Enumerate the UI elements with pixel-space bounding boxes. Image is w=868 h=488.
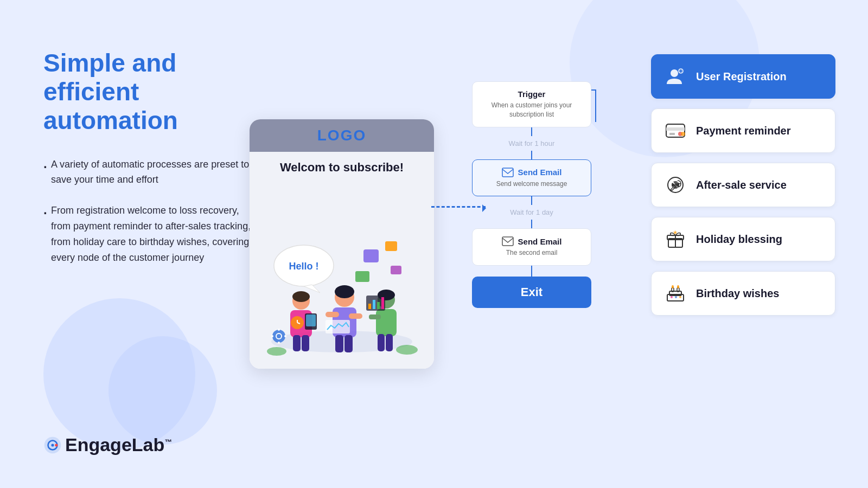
- svg-rect-23: [349, 313, 362, 319]
- svg-rect-30: [378, 334, 385, 351]
- flow-wait-1: Wait for 1 hour: [472, 136, 591, 151]
- svg-rect-10: [355, 271, 369, 282]
- flow-trigger-node: Trigger When a customer joins your subsc…: [472, 81, 591, 127]
- svg-rect-16: [306, 314, 316, 326]
- dashed-connector-arrow: [431, 206, 486, 208]
- svg-point-70: [677, 285, 679, 288]
- top-connector-vertical: [595, 89, 596, 122]
- flow-send-email-1-node: Send Email Send welcome message: [472, 159, 591, 197]
- svg-point-71: [671, 296, 673, 298]
- flow-trigger-subtitle: When a customer joins your subscription …: [481, 101, 582, 119]
- after-sale-icon: [663, 173, 687, 197]
- feature-item-2: From registration welcome to loss recove…: [43, 203, 260, 265]
- svg-rect-9: [385, 241, 397, 251]
- payment-card-icon: [665, 122, 686, 139]
- svg-rect-36: [381, 297, 384, 309]
- svg-rect-28: [376, 309, 397, 336]
- flow-connector-2: [531, 151, 532, 159]
- svg-point-20: [335, 285, 354, 298]
- flow-diagram: Trigger When a customer joins your subsc…: [472, 81, 591, 308]
- flow-send1-title: Send Email: [518, 168, 562, 177]
- automation-card-payment-reminder[interactable]: Payment reminder: [651, 108, 835, 153]
- main-title: Simple and efficient automation: [43, 49, 260, 135]
- wrench-icon: [666, 175, 685, 195]
- after-sale-label: After-sale service: [696, 179, 787, 191]
- payment-icon: [663, 119, 687, 143]
- svg-point-2: [51, 444, 54, 446]
- svg-point-47: [267, 347, 286, 356]
- cake-icon: [665, 284, 686, 303]
- payment-reminder-label: Payment reminder: [696, 125, 791, 137]
- left-section: Simple and efficient automation A variet…: [43, 49, 260, 280]
- gift-icon: [665, 229, 686, 249]
- svg-point-43: [278, 329, 280, 331]
- birthday-icon: [663, 281, 687, 305]
- svg-marker-7: [304, 285, 320, 293]
- svg-point-51: [671, 69, 678, 77]
- svg-rect-8: [363, 249, 379, 262]
- flow-send1-subtitle: Send welcome message: [481, 179, 582, 189]
- svg-rect-18: [302, 335, 309, 351]
- svg-rect-29: [369, 314, 381, 319]
- automation-card-user-registration[interactable]: User Registration: [651, 54, 835, 99]
- svg-rect-17: [293, 335, 301, 351]
- flow-connector-5: [531, 266, 532, 277]
- svg-rect-24: [335, 335, 343, 352]
- svg-point-13: [292, 291, 310, 302]
- flow-trigger-title: Trigger: [481, 89, 582, 99]
- automation-card-birthday-wishes[interactable]: Birthday wishes: [651, 271, 835, 316]
- send-email-icon: [502, 168, 514, 177]
- flow-wait-2: Wait for 1 day: [472, 205, 591, 220]
- svg-rect-11: [391, 266, 401, 274]
- automation-card-after-sale[interactable]: After-sale service: [651, 163, 835, 207]
- email-logo: LOGO: [317, 127, 366, 144]
- svg-point-3: [55, 444, 58, 446]
- svg-point-46: [284, 335, 286, 337]
- holiday-blessing-label: Holiday blessing: [696, 233, 782, 246]
- svg-rect-50: [502, 237, 513, 246]
- svg-point-72: [675, 296, 677, 298]
- brand-name: EngageLab™: [65, 434, 172, 455]
- right-automation-cards: User Registration Payment reminder: [651, 54, 835, 316]
- svg-rect-25: [344, 335, 353, 352]
- email-preview-card: LOGO Welcom to subscribe! Hello !: [250, 119, 434, 369]
- brand-logo: EngageLab™: [43, 434, 172, 455]
- svg-text:Hello !: Hello !: [289, 261, 318, 272]
- svg-point-44: [278, 342, 280, 344]
- svg-rect-31: [386, 334, 393, 351]
- flow-send2-title: Send Email: [518, 237, 562, 246]
- people-illustration: Hello !: [260, 211, 423, 358]
- user-registration-label: User Registration: [696, 70, 787, 83]
- flow-connector-3: [531, 196, 532, 205]
- feature-list: A variety of automatic processes are pre…: [43, 157, 260, 266]
- flow-send-email-2-node: Send Email The second email: [472, 228, 591, 266]
- email-card-body: Welcom to subscribe! Hello !: [250, 152, 434, 369]
- svg-point-69: [672, 285, 674, 288]
- holiday-icon: [663, 227, 687, 251]
- svg-point-48: [396, 345, 418, 355]
- svg-rect-34: [373, 300, 375, 309]
- svg-point-45: [271, 335, 273, 337]
- flow-exit-node[interactable]: Exit: [472, 277, 591, 308]
- automation-card-holiday-blessing[interactable]: Holiday blessing: [651, 217, 835, 261]
- svg-rect-56: [666, 127, 685, 131]
- email-card-header: LOGO: [250, 119, 434, 152]
- svg-rect-22: [326, 312, 339, 317]
- svg-point-41: [272, 330, 285, 343]
- svg-rect-49: [502, 168, 513, 177]
- bg-decoration-2: [108, 336, 217, 445]
- flow-connector-1: [531, 127, 532, 136]
- svg-point-59: [681, 132, 685, 136]
- birthday-wishes-label: Birthday wishes: [696, 287, 779, 300]
- brand-icon: [43, 436, 62, 454]
- svg-rect-35: [377, 302, 380, 309]
- svg-rect-57: [669, 133, 675, 135]
- user-icon: [666, 67, 685, 86]
- flow-send2-subtitle: The second email: [481, 248, 582, 258]
- svg-point-73: [679, 296, 681, 298]
- send-email-2-icon: [502, 236, 514, 246]
- svg-rect-33: [368, 304, 371, 309]
- feature-item-1: A variety of automatic processes are pre…: [43, 157, 260, 188]
- flow-connector-4: [531, 220, 532, 228]
- welcome-text: Welcom to subscribe!: [280, 160, 404, 175]
